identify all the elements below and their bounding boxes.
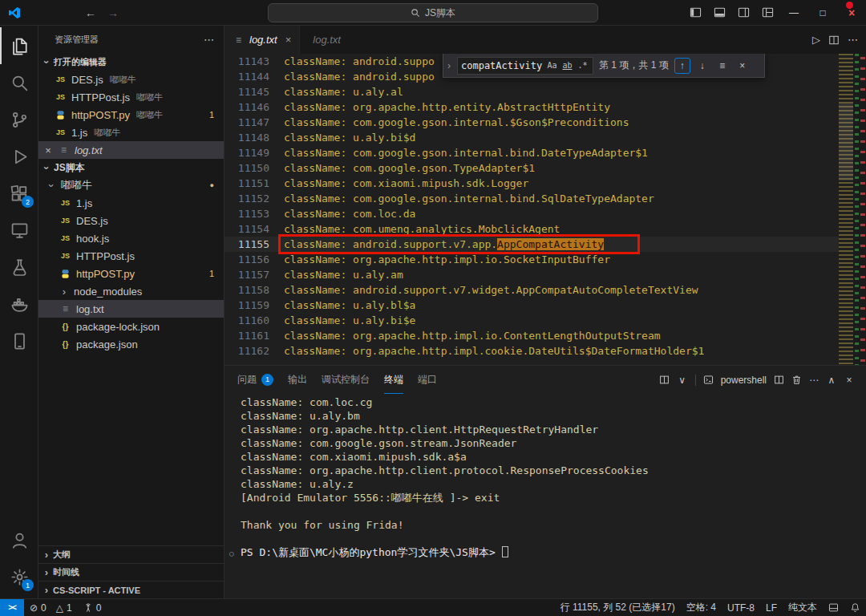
toggle-sidebar-icon[interactable] [683, 0, 707, 26]
tree-file[interactable]: JSHTTPPost.js [38, 247, 224, 265]
notifications-bell-icon[interactable] [844, 599, 866, 616]
sidebar-section-timeline[interactable]: ›时间线 [38, 563, 224, 581]
whole-word-button[interactable]: ab [560, 61, 574, 70]
panel-tab-terminal[interactable]: 终端 [384, 366, 403, 394]
activity-docker[interactable] [0, 286, 38, 322]
panel-tab-output[interactable]: 输出 [288, 366, 307, 394]
code-line[interactable]: 11161className: org.apache.http.impl.io.… [225, 328, 839, 343]
encoding-status[interactable]: UTF-8 [722, 599, 760, 616]
code-line[interactable]: 11159className: u.aly.bl$a [225, 298, 839, 313]
ports-status[interactable]: 0 [78, 599, 107, 616]
activity-remote-explorer[interactable] [0, 212, 38, 249]
code-line[interactable]: 11147className: com.google.gson.internal… [225, 115, 839, 130]
code-line[interactable]: 11145className: u.aly.al [225, 84, 839, 99]
code-line[interactable]: 11155className: android.support.v7.app.A… [225, 237, 839, 252]
back-icon[interactable]: ← [85, 6, 96, 19]
code-line[interactable]: 11152className: com.google.gson.internal… [225, 191, 839, 206]
code-line[interactable]: 11160className: u.aly.bi$e [225, 313, 839, 328]
activity-search[interactable] [0, 64, 38, 101]
activity-source-control[interactable] [0, 101, 38, 138]
panel-tab-debug-console[interactable]: 调试控制台 [322, 366, 370, 394]
tree-file[interactable]: JS1.js [38, 194, 224, 212]
code-area[interactable]: 11143className: android.suppo11144classN… [225, 54, 839, 365]
tree-file[interactable]: httpPOST.py1 [38, 265, 224, 282]
close-editor-icon[interactable]: × [43, 144, 53, 156]
command-center-search[interactable]: JS脚本 [268, 3, 598, 22]
new-terminal-icon[interactable] [656, 371, 674, 389]
next-match-button[interactable]: ↓ [694, 58, 710, 74]
close-tab-icon[interactable]: × [285, 34, 292, 46]
customize-layout-icon[interactable] [755, 0, 779, 26]
code-line[interactable]: 11149className: com.google.gson.internal… [225, 145, 839, 160]
split-terminal-icon[interactable] [770, 371, 787, 389]
open-editor-item[interactable]: ×≡log.txt [38, 141, 224, 159]
toggle-secondary-sidebar-icon[interactable] [731, 0, 755, 26]
activity-run-debug[interactable] [0, 138, 38, 175]
terminal-instance-label[interactable]: powershell [718, 371, 770, 389]
panel-tab-problems[interactable]: 问题1 [237, 366, 273, 394]
forward-icon[interactable]: → [107, 6, 119, 19]
close-find-button[interactable]: × [734, 58, 751, 74]
code-line[interactable]: 11154className: com.umeng.analytics.Mobc… [225, 221, 839, 237]
panel-tab-ports[interactable]: 端口 [418, 366, 437, 394]
minimap[interactable] [839, 54, 853, 365]
kill-terminal-icon[interactable] [787, 371, 805, 389]
terminal-prompt-line[interactable]: ○PS D:\新桌面\MC小杨的python学习文件夹\JS脚本> [241, 545, 866, 559]
sidebar-more-actions-icon[interactable]: ⋯ [204, 34, 214, 46]
terminal-dropdown-chevron-icon[interactable]: ∨ [674, 371, 691, 389]
cursor-position-status[interactable]: 行 11155, 列 52 (已选择17) [555, 599, 681, 616]
tree-folder[interactable]: ›node_modules [38, 282, 224, 300]
eol-status[interactable]: LF [760, 599, 783, 616]
previous-match-button[interactable]: ↑ [674, 58, 690, 74]
code-line[interactable]: 11158className: android.support.v7.widge… [225, 282, 839, 298]
open-editor-item[interactable]: JS1.js嘟嘟牛 [38, 124, 224, 141]
find-collapse-icon[interactable]: › [445, 60, 453, 71]
activity-extensions[interactable]: 2 [0, 175, 38, 212]
activity-explorer[interactable] [0, 27, 38, 64]
problems-status[interactable]: ⊘ 0 △ 1 [24, 599, 78, 616]
match-case-button[interactable]: Aa [545, 61, 559, 70]
open-editors-header[interactable]: › 打开的编辑器 [38, 53, 224, 71]
tree-folder[interactable]: ›嘟嘟牛● [38, 176, 224, 194]
code-line[interactable]: 11146className: org.apache.http.entity.A… [225, 99, 839, 115]
open-editor-item[interactable]: httpPOST.py嘟嘟牛1 [38, 106, 224, 124]
indentation-status[interactable]: 空格: 4 [681, 599, 722, 616]
minimize-button[interactable]: — [779, 0, 808, 26]
activity-account[interactable] [0, 521, 38, 558]
maximize-button[interactable]: □ [808, 0, 837, 26]
regex-button[interactable]: .* [576, 61, 589, 70]
code-line[interactable]: 11151className: com.xiaomi.mipush.sdk.Lo… [225, 176, 839, 191]
editor-more-actions-icon[interactable]: ⋯ [848, 34, 858, 46]
code-line[interactable]: 11148className: u.aly.bi$d [225, 130, 839, 145]
close-panel-icon[interactable]: × [840, 371, 858, 389]
find-in-selection-button[interactable]: ≡ [714, 58, 730, 74]
run-file-icon[interactable]: ▷ [812, 34, 820, 46]
language-mode-status[interactable]: 纯文本 [783, 599, 823, 616]
activity-device-manager[interactable] [0, 322, 38, 359]
layout-status-icon[interactable] [823, 599, 844, 616]
activity-testing[interactable] [0, 249, 38, 286]
tree-file[interactable]: {}package-lock.json [38, 318, 224, 335]
code-line[interactable]: 11162className: org.apache.http.impl.coo… [225, 343, 839, 359]
tree-file[interactable]: JSDES.js [38, 212, 224, 229]
maximize-panel-icon[interactable]: ∧ [823, 371, 840, 389]
tab-log-txt[interactable]: ≡ log.txt × [225, 26, 300, 54]
code-line[interactable]: 11153className: com.loc.da [225, 206, 839, 221]
open-editor-item[interactable]: JSDES.js嘟嘟牛 [38, 71, 224, 88]
toggle-panel-icon[interactable] [707, 0, 731, 26]
minimap-slider[interactable] [839, 103, 853, 180]
code-line[interactable]: 11150className: com.google.gson.TypeAdap… [225, 160, 839, 176]
open-editor-item[interactable]: JSHTTPPost.js嘟嘟牛 [38, 88, 224, 106]
sidebar-section-outline[interactable]: ›大纲 [38, 545, 224, 563]
sidebar-section-cs-script[interactable]: ›CS-SCRIPT - ACTIVE [38, 581, 224, 598]
tree-file[interactable]: ≡log.txt [38, 300, 224, 318]
code-line[interactable]: 11157className: u.aly.am [225, 267, 839, 282]
workspace-root-header[interactable]: › JS脚本 [38, 159, 224, 176]
tree-file[interactable]: JShook.js [38, 229, 224, 247]
split-editor-icon[interactable] [828, 34, 840, 46]
terminal[interactable]: className: com.loc.cgclassName: u.aly.bm… [225, 394, 866, 598]
panel-more-actions-icon[interactable]: ⋯ [805, 371, 823, 389]
code-line[interactable]: 11156className: org.apache.http.impl.io.… [225, 252, 839, 267]
remote-indicator[interactable]: >< [0, 599, 24, 616]
tree-file[interactable]: {}package.json [38, 335, 224, 353]
